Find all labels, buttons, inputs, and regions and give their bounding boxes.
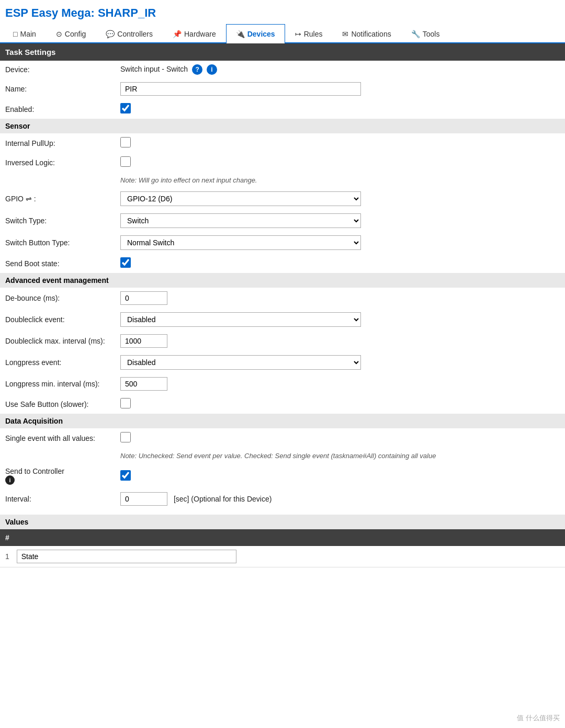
inversed-logic-label: Inversed Logic: — [0, 153, 115, 172]
row-number: 1 — [5, 552, 9, 561]
internal-pullup-label: Internal PullUp: — [0, 133, 115, 153]
single-event-row: Single event with all values: — [0, 428, 565, 448]
switch-type-row: Switch Type: Switch Dimmer — [0, 210, 565, 232]
longpress-row: Longpress event: Disabled Enabled — [0, 351, 565, 373]
device-label: Device: — [0, 61, 115, 78]
task-settings-table: Device: Switch input - Switch ? i Name: … — [0, 61, 565, 119]
send-controller-row: Send to Controller i — [0, 463, 565, 488]
values-section: Values # 1 — [0, 515, 565, 567]
gpio-label: GPIO ⇌ : — [0, 188, 115, 210]
single-event-checkbox[interactable] — [120, 432, 131, 442]
nav-item-devices[interactable]: 🔌 Devices — [226, 24, 285, 43]
page-title: ESP Easy Mega: SHARP_IR — [0, 0, 565, 24]
name-input[interactable] — [120, 82, 361, 96]
sensor-header: Sensor — [0, 119, 565, 133]
device-value: Switch input - Switch — [120, 65, 188, 73]
doubleclick-interval-input[interactable] — [120, 334, 167, 348]
switch-button-type-row: Switch Button Type: Normal Switch Active… — [0, 232, 565, 254]
advanced-event-table: De-bounce (ms): Doubleclick event: Disab… — [0, 288, 565, 414]
gpio-select[interactable]: GPIO-12 (D6) GPIO-0 (D3) GPIO-2 (D4) — [120, 191, 361, 206]
doubleclick-label: Doubleclick event: — [0, 309, 115, 331]
internal-pullup-checkbox[interactable] — [120, 137, 131, 147]
nav-bar: □ Main ⊙ Config 💬 Controllers 📌 Hardware… — [0, 24, 565, 43]
longpress-interval-label: Longpress min. interval (ms): — [0, 373, 115, 394]
gpio-row: GPIO ⇌ : GPIO-12 (D6) GPIO-0 (D3) GPIO-2… — [0, 188, 565, 210]
debounce-input[interactable] — [120, 291, 167, 305]
send-controller-checkbox[interactable] — [120, 470, 131, 481]
safe-button-label: Use Safe Button (slower): — [0, 394, 115, 414]
switch-type-label: Switch Type: — [0, 210, 115, 232]
single-event-label: Single event with all values: — [0, 428, 115, 448]
send-boot-state-checkbox[interactable] — [120, 257, 131, 268]
internal-pullup-row: Internal PullUp: — [0, 133, 565, 153]
values-header: Values — [0, 515, 565, 529]
data-acquisition-header: Data Acquisition — [0, 414, 565, 428]
sensor-table: Internal PullUp: Inversed Logic: Note: W… — [0, 133, 565, 273]
hardware-icon: 📌 — [173, 30, 182, 38]
main-icon: □ — [13, 30, 17, 38]
single-event-note: Note: Unchecked: Send event per value. C… — [120, 452, 436, 460]
sensor-note: Note: Will go into effect on next input … — [120, 176, 257, 184]
rules-icon: ↦ — [295, 30, 301, 38]
doubleclick-interval-row: Doubleclick max. interval (ms): — [0, 331, 565, 351]
send-controller-label: Send to Controller — [5, 467, 110, 475]
longpress-select[interactable]: Disabled Enabled — [120, 355, 361, 370]
interval-input[interactable] — [120, 492, 167, 506]
doubleclick-row: Doubleclick event: Disabled Enabled — [0, 309, 565, 331]
name-row: Name: — [0, 78, 565, 99]
nav-item-notifications[interactable]: ✉ Notifications — [332, 24, 401, 43]
task-settings-header: Task Settings — [0, 43, 565, 61]
tools-icon: 🔧 — [411, 30, 420, 38]
values-table: # 1 — [0, 529, 565, 567]
values-column-header: # — [0, 529, 565, 546]
longpress-interval-row: Longpress min. interval (ms): — [0, 373, 565, 394]
table-row: 1 — [0, 546, 565, 567]
nav-item-tools[interactable]: 🔧 Tools — [401, 24, 450, 43]
enabled-label: Enabled: — [0, 99, 115, 119]
send-boot-state-row: Send Boot state: — [0, 254, 565, 273]
longpress-label: Longpress event: — [0, 351, 115, 373]
name-label: Name: — [0, 78, 115, 99]
nav-item-hardware[interactable]: 📌 Hardware — [163, 24, 226, 43]
doubleclick-interval-label: Doubleclick max. interval (ms): — [0, 331, 115, 351]
info-icon[interactable]: i — [207, 64, 217, 75]
devices-icon: 🔌 — [236, 30, 245, 38]
safe-button-row: Use Safe Button (slower): — [0, 394, 565, 414]
single-event-note-row: Note: Unchecked: Send event per value. C… — [0, 448, 565, 463]
nav-item-main[interactable]: □ Main — [3, 24, 46, 43]
notifications-icon: ✉ — [342, 30, 348, 38]
enabled-row: Enabled: — [0, 99, 565, 119]
nav-item-config[interactable]: ⊙ Config — [46, 24, 96, 43]
send-controller-info-icon[interactable]: i — [5, 475, 15, 485]
value-input[interactable] — [17, 550, 236, 563]
interval-suffix: [sec] (Optional for this Device) — [174, 495, 272, 503]
interval-label: Interval: — [0, 488, 115, 509]
nav-item-rules[interactable]: ↦ Rules — [285, 24, 333, 43]
debounce-label: De-bounce (ms): — [0, 288, 115, 309]
safe-button-checkbox[interactable] — [120, 398, 131, 408]
controllers-icon: 💬 — [106, 30, 115, 38]
doubleclick-select[interactable]: Disabled Enabled — [120, 312, 361, 327]
note-row: Note: Will go into effect on next input … — [0, 172, 565, 188]
device-row: Device: Switch input - Switch ? i — [0, 61, 565, 78]
longpress-interval-input[interactable] — [120, 377, 167, 391]
enabled-checkbox[interactable] — [120, 103, 131, 113]
config-icon: ⊙ — [56, 30, 62, 38]
interval-row: Interval: [sec] (Optional for this Devic… — [0, 488, 565, 509]
debounce-row: De-bounce (ms): — [0, 288, 565, 309]
nav-item-controllers[interactable]: 💬 Controllers — [96, 24, 163, 43]
send-boot-state-label: Send Boot state: — [0, 254, 115, 273]
inversed-logic-checkbox[interactable] — [120, 156, 131, 167]
switch-type-select[interactable]: Switch Dimmer — [120, 213, 361, 228]
advanced-event-header: Advanced event management — [0, 273, 565, 288]
switch-button-type-select[interactable]: Normal Switch Active Low Active High — [120, 235, 361, 250]
help-icon[interactable]: ? — [192, 64, 202, 75]
data-acquisition-table: Single event with all values: Note: Unch… — [0, 428, 565, 509]
inversed-logic-row: Inversed Logic: — [0, 153, 565, 172]
switch-button-type-label: Switch Button Type: — [0, 232, 115, 254]
